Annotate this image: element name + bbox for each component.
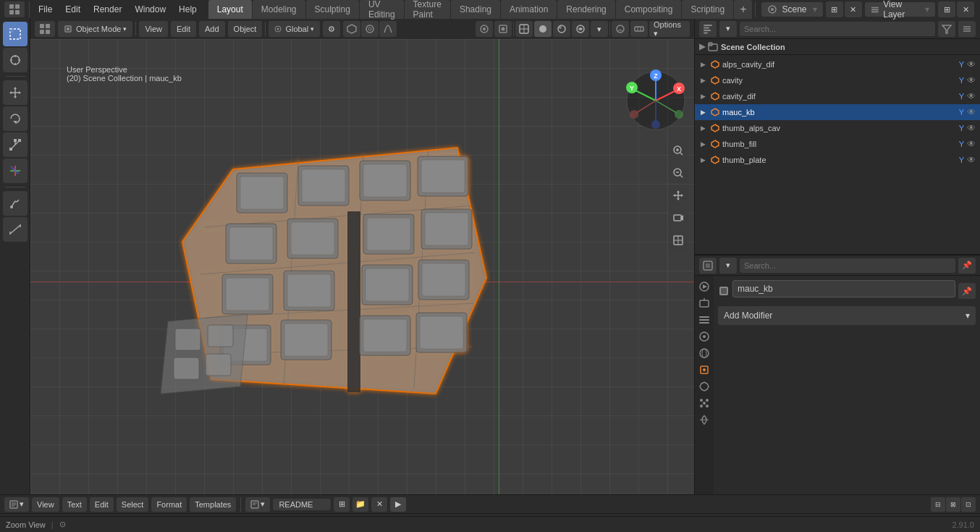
xray-toggle[interactable] xyxy=(630,21,648,37)
select-box-tool[interactable] xyxy=(3,22,28,46)
close-text-btn-1[interactable]: ✕ xyxy=(371,497,387,512)
visibility-icon[interactable]: 👁 xyxy=(966,91,977,101)
visibility-icon[interactable]: 👁 xyxy=(966,59,977,69)
prop-output-icon[interactable] xyxy=(696,295,712,311)
tab-scripting[interactable]: Scripting xyxy=(682,0,733,19)
overlay-toggle[interactable] xyxy=(612,21,629,37)
outliner-item-mauc-kb[interactable]: ▶ mauc_kb Y 👁 xyxy=(695,104,980,120)
prop-view-layer-icon[interactable] xyxy=(696,312,712,328)
scene-selector[interactable]: Scene ▾ xyxy=(761,2,822,17)
text-editor-type-1[interactable]: ▾ xyxy=(4,497,29,512)
viewlayer-icon-btn2[interactable]: ✕ xyxy=(957,1,974,17)
viewlayer-icon-btn1[interactable]: ⊞ xyxy=(938,1,955,17)
viewport-canvas[interactable]: User Perspective (20) Scene Collection |… xyxy=(30,39,694,494)
prop-object-icon[interactable] xyxy=(696,362,712,378)
annotate-tool[interactable] xyxy=(3,191,28,216)
run-script-btn-1[interactable]: ▶ xyxy=(390,497,406,512)
visibility-icon[interactable]: 👁 xyxy=(966,75,977,85)
menu-window[interactable]: Window xyxy=(129,3,172,16)
scene-icon-btn2[interactable]: ✕ xyxy=(845,1,862,17)
object-mode-dropdown[interactable]: Object Mode xyxy=(58,21,132,37)
viewport-area[interactable]: Object Mode View Edit Add Object Global xyxy=(30,19,694,494)
new-text-btn-1[interactable]: ⊞ xyxy=(334,497,350,512)
rotate-tool[interactable] xyxy=(3,106,28,131)
vp-editor-type[interactable] xyxy=(35,21,55,37)
prop-modifier-icon[interactable] xyxy=(696,379,712,394)
camera-perspective-icon[interactable] xyxy=(476,21,493,37)
edit-menu-1[interactable]: Edit xyxy=(90,497,114,512)
menu-file[interactable]: File xyxy=(33,3,58,16)
prop-physics-icon[interactable] xyxy=(696,412,712,428)
tab-shading[interactable]: Shading xyxy=(451,0,500,19)
snap-icon[interactable] xyxy=(343,21,360,37)
viewport-shading-wire[interactable] xyxy=(515,21,533,37)
object-name-input[interactable] xyxy=(732,280,955,297)
viewport-display-icon[interactable] xyxy=(494,21,512,37)
transform-global-dropdown[interactable]: Global xyxy=(269,21,320,37)
viewport-shading-matcap[interactable] xyxy=(553,21,570,37)
tab-animation[interactable]: Animation xyxy=(501,0,557,19)
viewport-shading-options[interactable]: ▾ xyxy=(591,21,608,37)
move-tool[interactable] xyxy=(3,80,28,105)
viewport-shading-render[interactable] xyxy=(572,21,589,37)
zoom-out-btn[interactable] xyxy=(668,163,688,183)
vp-view-menu[interactable]: View xyxy=(139,21,168,37)
add-modifier-button[interactable]: Add Modifier ▾ xyxy=(718,306,976,325)
proportional-falloff-icon[interactable] xyxy=(379,21,397,37)
visibility-icon[interactable]: 👁 xyxy=(966,155,977,165)
viewport-shading-solid[interactable] xyxy=(534,21,552,37)
tab-rendering[interactable]: Rendering xyxy=(557,0,614,19)
layout-icon-1a[interactable]: ⊟ xyxy=(931,497,945,512)
properties-view-dropdown[interactable]: ▾ xyxy=(719,258,737,274)
pin-property-btn[interactable]: 📌 xyxy=(958,283,976,299)
menu-render[interactable]: Render xyxy=(88,3,127,16)
editor-type-icon[interactable] xyxy=(4,1,25,17)
cursor-tool[interactable] xyxy=(3,48,28,72)
zoom-in-btn[interactable] xyxy=(668,140,688,161)
properties-search-input[interactable] xyxy=(740,258,955,273)
prop-world-icon[interactable] xyxy=(696,345,712,361)
outliner-item-cavity[interactable]: ▶ cavity Y 👁 xyxy=(695,72,980,88)
transform-tool[interactable] xyxy=(3,159,28,183)
view-menu-1[interactable]: View xyxy=(32,497,59,512)
outliner-search-input[interactable] xyxy=(740,22,935,36)
vp-select-menu[interactable]: Edit xyxy=(171,21,196,37)
scene-icon-btn1[interactable]: ⊞ xyxy=(826,1,843,17)
pivot-icon[interactable] xyxy=(323,21,340,37)
tab-sculpting[interactable]: Sculpting xyxy=(306,0,359,19)
format-menu-1[interactable]: Format xyxy=(151,497,187,512)
visibility-icon[interactable]: 👁 xyxy=(966,107,977,117)
vp-add-menu[interactable]: Add xyxy=(199,21,225,37)
camera-view-btn[interactable] xyxy=(668,208,688,228)
tab-add[interactable]: + xyxy=(734,0,752,19)
open-text-btn-1[interactable]: 📁 xyxy=(352,497,368,512)
view-layer-selector[interactable]: View Layer ▾ xyxy=(865,2,936,17)
outliner-item-cavity-dif[interactable]: ▶ cavity_dif Y 👁 xyxy=(695,88,980,104)
outliner-item-alps-cavity-dif[interactable]: ▶ alps_cavity_dif Y 👁 xyxy=(695,56,980,72)
outliner-item-thumb-plate[interactable]: ▶ thumb_plate Y 👁 xyxy=(695,152,980,168)
move-view-btn[interactable] xyxy=(668,185,688,206)
pin-icon[interactable]: 📌 xyxy=(958,258,976,274)
select-menu-1[interactable]: Select xyxy=(117,497,149,512)
scale-tool[interactable] xyxy=(3,132,28,157)
tab-compositing[interactable]: Compositing xyxy=(616,0,682,19)
outliner-editor-type[interactable] xyxy=(699,21,717,37)
text-datablock-1[interactable]: ▾ xyxy=(245,497,270,512)
tab-layout[interactable]: Layout xyxy=(208,0,252,19)
tab-texture-paint[interactable]: Texture Paint xyxy=(405,0,450,19)
ortho-view-btn[interactable] xyxy=(668,230,688,250)
measure-tool[interactable] xyxy=(3,217,28,242)
tab-uv-editing[interactable]: UV Editing xyxy=(360,0,404,19)
visibility-icon[interactable]: 👁 xyxy=(966,123,977,133)
text-menu-1[interactable]: Text xyxy=(62,497,87,512)
outliner-item-thumb-fill[interactable]: ▶ thumb_fill Y 👁 xyxy=(695,136,980,152)
visibility-icon[interactable]: 👁 xyxy=(966,139,977,149)
proportional-edit-icon[interactable] xyxy=(361,21,379,37)
prop-scene-icon[interactable] xyxy=(696,329,712,345)
templates-menu-1[interactable]: Templates xyxy=(190,497,236,512)
navigation-gizmo[interactable]: Z X Y xyxy=(623,68,688,133)
layout-icon-1b[interactable]: ⊠ xyxy=(946,497,960,512)
prop-render-icon[interactable] xyxy=(696,279,712,295)
options-btn[interactable]: Options ▾ xyxy=(649,21,690,37)
properties-editor-type[interactable] xyxy=(699,258,717,274)
